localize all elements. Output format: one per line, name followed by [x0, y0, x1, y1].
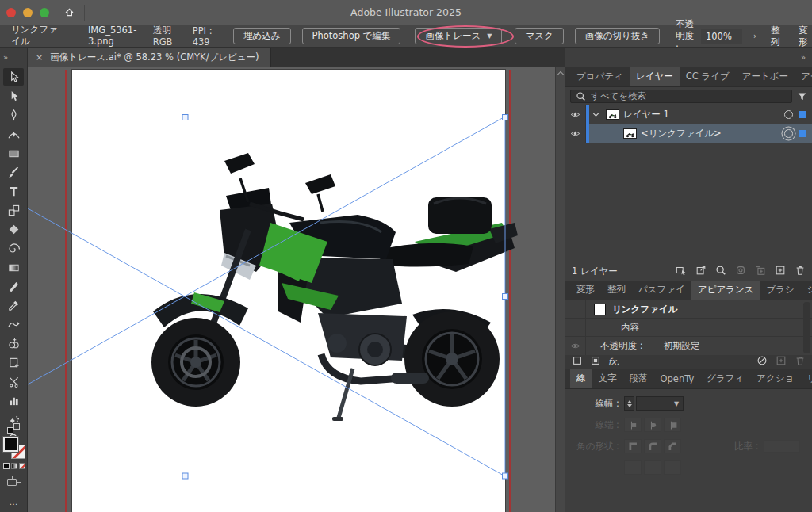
image-trace-button[interactable]: 画像トレース ▼	[415, 28, 502, 44]
layer-row-1[interactable]: レイヤー 1	[565, 105, 812, 124]
layer-thumbnail[interactable]	[606, 109, 619, 120]
edit-in-photoshop-button[interactable]: Photoshop で編集	[302, 28, 401, 44]
shaper-tool[interactable]	[3, 239, 24, 257]
stroke-weight-stepper[interactable]	[624, 396, 634, 411]
tab-アセットの[interactable]: アセットの	[795, 67, 812, 86]
selection-square-icon[interactable]	[799, 130, 806, 137]
cap-round-button[interactable]	[644, 418, 661, 432]
tab-整列[interactable]: 整列	[601, 281, 632, 300]
ratio-field[interactable]	[764, 440, 800, 453]
draw-mode-icon[interactable]	[7, 476, 21, 486]
slice-tool[interactable]	[3, 373, 24, 390]
close-tab-icon[interactable]: ×	[36, 52, 43, 63]
clear-appearance-icon[interactable]	[756, 355, 768, 369]
fill-stroke-indicator[interactable]	[3, 437, 25, 459]
collect-for-export-icon[interactable]	[676, 265, 687, 278]
shape-builder-tool[interactable]	[3, 334, 24, 352]
tab-文字[interactable]: 文字	[592, 369, 623, 388]
warp-tool[interactable]	[3, 315, 24, 333]
tab-アクショ[interactable]: アクショ	[750, 369, 800, 388]
layer-name[interactable]: レイヤー 1	[623, 109, 784, 120]
rectangle-tool[interactable]	[3, 144, 24, 162]
tab-アートボー[interactable]: アートボー	[736, 67, 795, 86]
vertical-scrollbar[interactable]	[555, 67, 565, 512]
edit-toolbar-ellipsis[interactable]: …	[10, 497, 19, 507]
eraser-tool[interactable]	[3, 220, 24, 238]
paintbrush-tool[interactable]	[3, 163, 24, 181]
gradient-button[interactable]	[11, 463, 17, 469]
transform-menu-label[interactable]: 変形	[799, 25, 812, 48]
canvas[interactable]	[28, 67, 565, 512]
chevron-down-icon[interactable]: ▼	[487, 32, 492, 40]
visibility-eye-icon[interactable]	[565, 105, 586, 124]
add-fill-icon[interactable]	[590, 355, 601, 369]
appearance-scrollbar[interactable]	[803, 302, 810, 353]
curvature-tool[interactable]	[3, 125, 24, 143]
appearance-opacity-row[interactable]: 不透明度 : 初期設定	[565, 337, 812, 355]
artboard-tool[interactable]	[3, 353, 24, 371]
align-stroke-button[interactable]	[664, 460, 681, 475]
filter-funnel-icon[interactable]	[797, 91, 807, 101]
graph-tool[interactable]	[3, 392, 24, 409]
align-stroke-button[interactable]	[624, 460, 642, 475]
tools-expand-chevron-icon[interactable]: »	[0, 48, 27, 67]
gradient-tool[interactable]	[3, 258, 24, 276]
locate-object-icon[interactable]	[695, 265, 707, 278]
fill-swatch-black[interactable]	[3, 437, 18, 452]
visibility-eye-icon[interactable]	[565, 337, 586, 355]
search-layers-icon[interactable]	[715, 265, 726, 278]
knife-tool[interactable]	[3, 277, 24, 295]
target-circle-icon[interactable]	[784, 110, 793, 119]
appearance-contents-row[interactable]: 内容	[565, 319, 812, 337]
stroke-weight-select[interactable]: ▼	[636, 396, 684, 411]
delete-layer-icon[interactable]	[795, 265, 806, 278]
tab-段落[interactable]: 段落	[623, 369, 654, 388]
crop-image-button[interactable]: 画像の切り抜き	[575, 28, 660, 44]
tab-CC ライブ[interactable]: CC ライブ	[680, 67, 736, 86]
document-tab[interactable]: × 画像トレース.ai* @ 58.23 % (CMYK/プレビュー)	[28, 48, 271, 67]
appearance-item-row[interactable]: リンクファイル	[565, 300, 812, 319]
embed-button[interactable]: 埋め込み	[233, 28, 291, 44]
tab-線[interactable]: 線	[570, 369, 592, 388]
opacity-row-value[interactable]: 初期設定	[664, 340, 700, 352]
join-round-button[interactable]	[644, 439, 661, 453]
selection-tool[interactable]	[3, 68, 24, 86]
target-double-circle-icon[interactable]	[784, 129, 793, 138]
file-name-link[interactable]: IMG_5361-3.png	[88, 25, 144, 48]
tab-変形[interactable]: 変形	[570, 281, 601, 300]
layer-row-linked-file[interactable]: <リンクファイル>	[565, 124, 812, 143]
mask-button[interactable]: マスク	[515, 28, 563, 44]
scale-tool[interactable]	[3, 201, 24, 219]
tab-レイヤー[interactable]: レイヤー	[630, 67, 680, 86]
fx-icon[interactable]: fx.	[608, 357, 619, 367]
cap-projecting-button[interactable]	[664, 418, 681, 432]
color-button[interactable]	[3, 463, 10, 469]
scroll-up-icon[interactable]	[557, 71, 564, 77]
join-bevel-button[interactable]	[664, 439, 681, 453]
tab-アピアランス[interactable]: アピアランス	[691, 281, 760, 300]
linked-file-label[interactable]: リンクファイル	[11, 24, 59, 49]
cap-butt-button[interactable]	[624, 418, 642, 432]
align-menu-label[interactable]: 整列	[771, 25, 784, 48]
swap-fill-stroke-icon[interactable]	[7, 423, 21, 434]
tab-シンボル[interactable]: シンボル	[801, 281, 812, 300]
more-options-chevron-icon[interactable]: ›	[753, 32, 756, 40]
visibility-eye-icon[interactable]	[565, 124, 586, 143]
selection-square-icon[interactable]	[799, 111, 806, 118]
type-tool[interactable]	[3, 182, 24, 200]
layer-name[interactable]: <リンクファイル>	[641, 128, 784, 139]
none-button[interactable]	[19, 463, 25, 469]
pen-tool[interactable]	[3, 106, 24, 124]
layer-thumbnail[interactable]	[623, 128, 637, 139]
direct-selection-tool[interactable]	[3, 87, 24, 105]
tab-リンク[interactable]: リンク	[800, 369, 812, 388]
join-miter-button[interactable]	[624, 439, 642, 453]
eyedropper-tool[interactable]	[3, 296, 24, 314]
expand-chevron-icon[interactable]	[589, 109, 602, 120]
new-layer-icon[interactable]	[775, 265, 786, 278]
add-stroke-icon[interactable]	[572, 355, 583, 369]
align-stroke-button[interactable]	[644, 460, 661, 475]
tab-パスファイ[interactable]: パスファイ	[632, 281, 691, 300]
opacity-value[interactable]: 100%	[701, 29, 742, 44]
tab-OpenTy[interactable]: OpenTy	[654, 369, 701, 388]
